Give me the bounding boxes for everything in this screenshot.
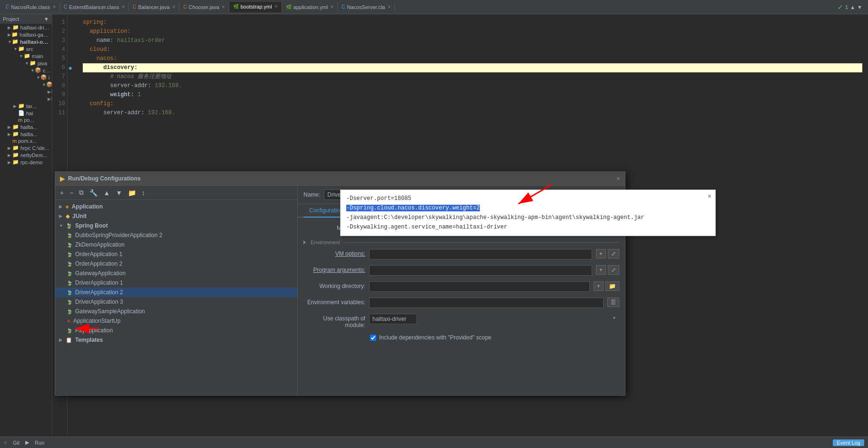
program-args-input[interactable] bbox=[369, 265, 592, 276]
tree-main[interactable]: ▼ 📁 main bbox=[0, 52, 52, 60]
tab-close-bootstrap[interactable]: × bbox=[275, 4, 278, 9]
spring-icon-dubbo: 🍃 bbox=[67, 233, 72, 238]
tab-close-balancer[interactable]: × bbox=[173, 4, 176, 10]
config-label-gateway-sample: GatewaySampleApplication bbox=[75, 308, 145, 315]
tree-hailtaxi-driver[interactable]: ▶ 📁 hailtaxi-driver bbox=[0, 24, 52, 31]
group-arrow-app: ▶ bbox=[59, 204, 64, 209]
tree-itheima[interactable]: ▼ 📦 itheima bbox=[0, 74, 52, 81]
code-line-2: application: bbox=[83, 27, 862, 36]
tree-label-hailtax: hailta... bbox=[20, 124, 37, 130]
config-item-app-startup[interactable]: ✕ ApplicationStartUp bbox=[55, 316, 297, 326]
tab-extend-balancer[interactable]: C ExtendBalancer.class × bbox=[60, 2, 129, 12]
config-item-pay[interactable]: 🍃 PayApplication bbox=[55, 326, 297, 335]
gutter-marker-6[interactable]: ◆ bbox=[68, 63, 76, 72]
toolbar-remove-btn[interactable]: − bbox=[68, 188, 75, 198]
tab-label-balancer: Balancer.java bbox=[138, 4, 169, 10]
tree-pom2[interactable]: m pom.x... bbox=[0, 138, 52, 144]
vm-options-input[interactable] bbox=[369, 249, 592, 259]
tab-close-nacos-server[interactable]: × bbox=[388, 4, 390, 10]
config-group-label-application: Application bbox=[72, 203, 103, 210]
tree-com[interactable]: ▼ 📦 com bbox=[0, 67, 52, 74]
vm-options-expand-btn[interactable]: + bbox=[596, 249, 606, 259]
tree-hrpc[interactable]: ▶ 📁 hrpc C:\de... bbox=[0, 144, 52, 151]
tree-rpc[interactable]: ▶ 📁 rpc-demo bbox=[0, 159, 52, 166]
env-triangle-icon bbox=[303, 240, 306, 244]
program-args-label[interactable]: Program arguments: bbox=[303, 265, 365, 273]
tab-close-extend-balancer[interactable]: × bbox=[122, 4, 125, 10]
tree-controller[interactable]: ▶ 📦 controller bbox=[0, 88, 52, 95]
group-arrow-spring: ▼ bbox=[59, 223, 64, 228]
program-args-expand-btn[interactable]: + bbox=[596, 265, 606, 275]
config-group-label-junit: JUnit bbox=[72, 213, 87, 219]
dialog-title: Run/Debug Configurations bbox=[68, 175, 141, 182]
tree-hailtaxi-order[interactable]: ▼ 📁 hailtaxi-order bbox=[0, 38, 52, 45]
tree-hailtax2[interactable]: ▶ 📁 hailta... bbox=[0, 130, 52, 138]
tab-nacos-rule[interactable]: C NacosRule.class × bbox=[2, 2, 60, 12]
vm-options-label[interactable]: VM options: bbox=[303, 249, 365, 257]
provided-scope-checkbox[interactable] bbox=[370, 335, 376, 341]
toolbar-add-btn[interactable]: + bbox=[58, 188, 66, 198]
tab-nacos-server[interactable]: C NacosServer.cla × bbox=[338, 2, 395, 12]
module-select[interactable]: hailtaxi-driver hailtaxi-order hailtaxi-… bbox=[369, 314, 417, 324]
config-item-driver3[interactable]: 🍃 DriverApplication 3 bbox=[55, 297, 297, 307]
project-panel-header: Project ▼ bbox=[0, 14, 52, 24]
toolbar-folder-btn[interactable]: 📁 bbox=[126, 188, 138, 198]
tree-hailtax[interactable]: ▶ 📁 hailta... bbox=[0, 123, 52, 130]
env-vars-input[interactable] bbox=[369, 298, 604, 308]
working-dir-browse-btn[interactable]: 📁 bbox=[605, 281, 619, 291]
toolbar-settings-btn[interactable]: 🔧 bbox=[88, 188, 99, 198]
config-item-driver1[interactable]: 🍃 DriverApplication 1 bbox=[55, 278, 297, 288]
program-args-fullscreen-btn[interactable]: ⤢ bbox=[608, 265, 619, 275]
toolbar-sort-btn[interactable]: ↕ bbox=[140, 188, 147, 198]
tab-application-yml[interactable]: 🌿 application.yml × bbox=[282, 2, 338, 12]
tree-java[interactable]: ▼ 📁 java bbox=[0, 60, 52, 67]
nav-down-btn[interactable]: ▼ bbox=[857, 4, 862, 10]
config-item-order1[interactable]: 🍃 OrderApplication 1 bbox=[55, 249, 297, 259]
tree-hailtaxi-gateway[interactable]: ▶ 📁 hailtaxi-gateway bbox=[0, 31, 52, 38]
config-item-zkdemo[interactable]: 🍃 ZkDemoApplication bbox=[55, 240, 297, 249]
tab-chooser[interactable]: C Chooser.java × bbox=[179, 2, 229, 12]
tab-close-chooser[interactable]: × bbox=[222, 4, 225, 10]
tree-label-itheima: itheima bbox=[49, 75, 50, 80]
config-group-junit[interactable]: ▶ ◆ JUnit bbox=[55, 211, 297, 221]
config-label-gateway: GatewayApplication bbox=[75, 270, 126, 277]
event-log-btn[interactable]: Event Log bbox=[833, 439, 864, 446]
toolbar-copy-btn[interactable]: ⧉ bbox=[77, 188, 86, 198]
vm-popup-close-btn[interactable]: × bbox=[708, 192, 712, 201]
tab-close-application-yml[interactable]: × bbox=[331, 4, 333, 10]
tree-src[interactable]: ▼ 📁 src bbox=[0, 45, 52, 52]
tab-balancer[interactable]: C Balancer.java × bbox=[129, 2, 179, 12]
config-item-gateway-sample[interactable]: 🍃 GatewaySampleApplication bbox=[55, 307, 297, 316]
tab-bootstrap[interactable]: 🌿 bootstrap.yml × bbox=[229, 2, 282, 12]
tab-close-nacos-rule[interactable]: × bbox=[53, 4, 56, 10]
section-divider bbox=[343, 242, 619, 243]
config-item-dubbo[interactable]: 🍃 DubboSpringProviderApplication 2 bbox=[55, 230, 297, 240]
code-line-1: spring: bbox=[83, 18, 862, 27]
tree-mapper[interactable]: ▶ 📦 mapper bbox=[0, 95, 52, 102]
config-group-application[interactable]: ▶ ■ Application bbox=[55, 202, 297, 211]
config-group-spring-boot[interactable]: ▼ 🍃 Spring Boot bbox=[55, 221, 297, 230]
working-dir-expand-btn[interactable]: + bbox=[594, 281, 604, 291]
run-label[interactable]: Run bbox=[35, 440, 44, 446]
folder-icon-driver: 📁 bbox=[12, 24, 19, 30]
toolbar-up-btn[interactable]: ▲ bbox=[101, 188, 112, 198]
tree-pom[interactable]: m po... bbox=[0, 117, 52, 123]
config-item-driver2[interactable]: 🍃 DriverApplication 2 bbox=[55, 288, 297, 297]
tree-order[interactable]: ▼ 📦 order bbox=[0, 81, 52, 88]
git-label[interactable]: Git bbox=[13, 440, 20, 446]
project-dropdown-icon[interactable]: ▼ bbox=[44, 16, 49, 22]
toolbar-down-btn[interactable]: ▼ bbox=[114, 188, 124, 198]
tree-netty[interactable]: ▶ 📁 nettyDem... bbox=[0, 151, 52, 159]
config-group-templates[interactable]: ▶ 📋 Templates bbox=[55, 335, 297, 345]
tree-hai[interactable]: 📄 hai bbox=[0, 110, 52, 117]
env-vars-browse-btn[interactable]: ☰ bbox=[607, 298, 619, 307]
tree-target[interactable]: ▶ 📁 tar... bbox=[0, 102, 52, 110]
project-panel: Project ▼ ▶ 📁 hailtaxi-driver ▶ 📁 hailta… bbox=[0, 14, 52, 437]
vm-popup-line-2: -Dspring.cloud.nacos.discovery.weight=2 bbox=[346, 203, 710, 213]
config-item-gateway[interactable]: 🍃 GatewayApplication bbox=[55, 269, 297, 278]
dialog-close-btn[interactable]: × bbox=[616, 175, 620, 182]
nav-up-btn[interactable]: ▲ bbox=[850, 4, 855, 10]
vm-options-fullscreen-btn[interactable]: ⤢ bbox=[608, 249, 619, 259]
working-dir-input[interactable] bbox=[369, 281, 590, 292]
config-item-order2[interactable]: 🍃 OrderApplication 2 bbox=[55, 259, 297, 269]
